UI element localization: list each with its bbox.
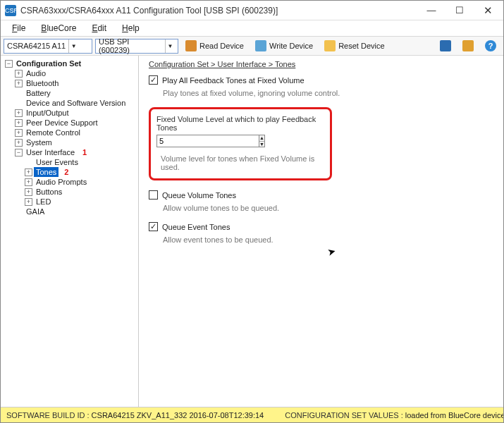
tree-root-label: Configuration Set: [14, 59, 83, 68]
window-title: CSRA63xxx/CSRA64xxx A11 Configuration To…: [20, 6, 417, 16]
expand-icon[interactable]: +: [15, 109, 23, 117]
fixed-volume-desc: Volume level for tones when Fixed Volume…: [161, 154, 321, 171]
tree-item-remote[interactable]: +Remote Control: [15, 128, 137, 137]
fixed-volume-input[interactable]: [156, 135, 259, 147]
maximize-button[interactable]: ☐: [445, 1, 474, 20]
chevron-down-icon: ▼: [68, 39, 78, 53]
breadcrumb[interactable]: Configuration Set > User Interface > Ton…: [149, 60, 295, 68]
expand-icon[interactable]: +: [15, 80, 23, 87]
write-device-label: Write Device: [269, 42, 313, 50]
gear-icon: [462, 40, 474, 51]
fixed-volume-spinner[interactable]: ▲ ▼: [156, 135, 227, 147]
status-build-key: SOFTWARE BUILD ID :: [6, 411, 90, 419]
expand-icon[interactable]: +: [25, 178, 32, 186]
tree-item-audio[interactable]: +Audio: [15, 68, 137, 78]
tree-item-user-interface[interactable]: − User Interface 1: [15, 147, 137, 157]
content-pane: Configuration Set > User Interface > Ton…: [139, 56, 503, 407]
tree-item-user-events[interactable]: User Events: [25, 157, 137, 167]
save-button[interactable]: [436, 39, 455, 53]
write-device-button[interactable]: Write Device: [251, 39, 317, 53]
annotation-2: 2: [64, 167, 68, 177]
close-button[interactable]: ✕: [474, 1, 502, 20]
play-all-desc: Play tones at fixed volume, ignoring vol…: [163, 89, 493, 97]
menu-help[interactable]: Help: [116, 22, 145, 35]
tree-item-tones[interactable]: + Tones 2: [25, 167, 137, 177]
transport-combo[interactable]: USB SPI (600239) ▼: [95, 39, 178, 54]
menu-edit[interactable]: Edit: [86, 22, 112, 35]
status-cfg-key: CONFIGURATION SET VALUES :: [285, 411, 402, 419]
queue-volume-checkbox[interactable]: [149, 190, 158, 200]
play-all-label: Play All Feedback Tones at Fixed Volume: [162, 76, 305, 85]
tree-item-system[interactable]: +System: [15, 137, 137, 147]
main-area: − Configuration Set +Audio +Bluetooth Ba…: [1, 56, 503, 407]
titlebar: CSR CSRA63xxx/CSRA64xxx A11 Configuratio…: [1, 1, 503, 20]
statusbar: SOFTWARE BUILD ID : CSRA64215 ZKV_A11_33…: [1, 407, 503, 422]
expand-icon[interactable]: +: [25, 188, 32, 196]
read-icon: [185, 40, 197, 51]
write-icon: [255, 40, 266, 51]
expand-icon[interactable]: +: [15, 70, 23, 78]
tree-item-gaia[interactable]: GAIA: [15, 207, 137, 216]
tree-item-bluetooth[interactable]: +Bluetooth: [15, 78, 137, 88]
expand-icon[interactable]: +: [25, 168, 32, 176]
tree-item-battery[interactable]: Battery: [15, 88, 137, 98]
status-cfg-val: loaded from BlueCore device: [405, 411, 504, 419]
queue-event-label: Queue Event Tones: [162, 223, 230, 231]
app-icon: CSR: [5, 5, 16, 16]
spinner-down-icon[interactable]: ▼: [259, 142, 264, 147]
expand-icon[interactable]: +: [15, 129, 23, 137]
tree-item-audio-prompts[interactable]: +Audio Prompts: [25, 177, 137, 187]
settings-button[interactable]: [458, 39, 478, 53]
reset-device-label: Reset Device: [338, 42, 384, 50]
chevron-down-icon: ▼: [165, 39, 175, 53]
menubar: File BlueCore Edit Help: [1, 20, 503, 36]
status-build-val: CSRA64215 ZKV_A11_332 2016-07-08T12:39:1…: [92, 411, 264, 419]
expand-icon[interactable]: +: [15, 119, 23, 127]
nav-tree[interactable]: − Configuration Set +Audio +Bluetooth Ba…: [1, 56, 139, 407]
tree-item-io[interactable]: +Input/Output: [15, 108, 137, 118]
toolbar: CSRA64215 A11 ▼ USB SPI (600239) ▼ Read …: [1, 36, 503, 56]
transport-combo-value: USB SPI (600239): [99, 37, 162, 54]
reset-device-button[interactable]: Reset Device: [320, 39, 388, 53]
menu-bluecore[interactable]: BlueCore: [35, 22, 82, 35]
device-combo[interactable]: CSRA64215 A11 ▼: [4, 39, 92, 54]
help-icon: ?: [485, 40, 496, 51]
read-device-button[interactable]: Read Device: [181, 39, 248, 53]
reset-icon: [324, 40, 336, 51]
minimize-button[interactable]: —: [417, 1, 445, 20]
queue-volume-label: Queue Volume Tones: [162, 191, 236, 200]
tree-item-devsw[interactable]: Device and Software Version: [15, 98, 137, 108]
expand-icon[interactable]: +: [25, 198, 32, 206]
fixed-volume-group: Fixed Volume Level at which to play Feed…: [149, 107, 332, 180]
play-all-checkbox[interactable]: [149, 75, 158, 85]
spinner-up-icon[interactable]: ▲: [259, 135, 264, 142]
menu-file[interactable]: File: [6, 22, 31, 35]
tree-item-led[interactable]: +LED: [25, 197, 137, 207]
queue-event-desc: Allow event tones to be queued.: [163, 235, 493, 244]
queue-volume-desc: Allow volume tones to be queued.: [163, 204, 493, 212]
collapse-icon[interactable]: −: [15, 149, 23, 157]
read-device-label: Read Device: [199, 42, 244, 50]
expand-icon[interactable]: +: [15, 139, 23, 147]
device-combo-value: CSRA64215 A11: [7, 42, 66, 50]
annotation-1: 1: [82, 147, 87, 157]
fixed-volume-label: Fixed Volume Level at which to play Feed…: [156, 115, 321, 132]
tree-root[interactable]: − Configuration Set: [5, 59, 137, 68]
help-button[interactable]: ?: [481, 39, 500, 53]
save-icon: [440, 40, 451, 51]
tree-item-buttons[interactable]: +Buttons: [25, 187, 137, 197]
collapse-icon[interactable]: −: [5, 60, 13, 68]
queue-event-checkbox[interactable]: [149, 222, 158, 231]
tree-item-peer[interactable]: +Peer Device Support: [15, 118, 137, 128]
